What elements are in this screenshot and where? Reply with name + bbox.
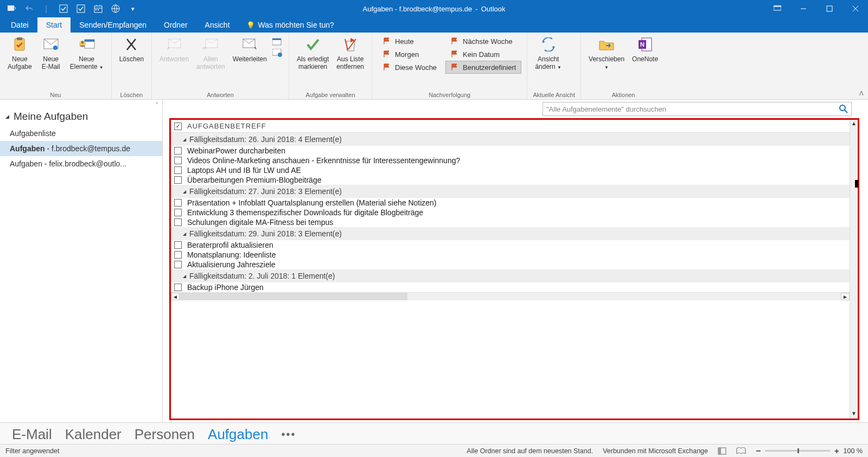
zoom-in-button[interactable]: +: [834, 447, 839, 455]
sidebar-item-aufgabenliste[interactable]: Aufgabenliste: [0, 126, 162, 141]
task-row[interactable]: Monatsplanung: Ideenliste: [171, 250, 850, 260]
zoom-slider[interactable]: [765, 450, 830, 452]
sidebar-collapse-icon[interactable]: ‹: [0, 100, 162, 108]
vertical-scrollbar[interactable]: ▲ ▼: [850, 120, 858, 419]
nav-aufgaben[interactable]: Aufgaben: [208, 426, 268, 443]
tab-ansicht[interactable]: Ansicht: [196, 17, 239, 33]
task-checkbox[interactable]: [174, 241, 182, 249]
group-label-aktionen: Aktionen: [586, 91, 660, 98]
task-checkbox[interactable]: [174, 176, 182, 184]
flag-heute[interactable]: Heute: [378, 35, 442, 48]
collapse-ribbon-icon[interactable]: ᐱ: [859, 90, 864, 97]
onenote-button[interactable]: N OneNote: [630, 35, 660, 64]
task-row[interactable]: Beraterprofil aktualisieren: [171, 240, 850, 250]
verschieben-button[interactable]: Verschieben▼: [586, 35, 627, 72]
svg-rect-7: [774, 5, 781, 7]
calendar-icon[interactable]: [93, 4, 103, 14]
column-header-betreff[interactable]: AUFGABENBETREFF: [187, 122, 266, 130]
task-row[interactable]: Aktualisierung Jahresziele: [171, 260, 850, 269]
aus-liste-entfernen-button[interactable]: Aus Liste entfernen: [334, 35, 366, 72]
nav-email[interactable]: E-Mail: [12, 426, 52, 443]
tab-start[interactable]: Start: [37, 17, 71, 33]
flag-kein-datum[interactable]: Kein Datum: [445, 48, 521, 61]
svg-text:N: N: [640, 41, 644, 48]
flag-diese-woche[interactable]: Diese Woche: [378, 61, 442, 74]
neue-email-button[interactable]: Neue E-Mail: [37, 35, 65, 72]
task-row[interactable]: Schulungen digitale MA-Fitness bei tempu…: [171, 217, 850, 227]
task-row[interactable]: Laptops AH und IB für LW und AE: [171, 165, 850, 175]
task-checkbox[interactable]: [174, 284, 182, 291]
flag-morgen[interactable]: Morgen: [378, 48, 442, 61]
view-reading-icon[interactable]: [736, 447, 746, 455]
task-row[interactable]: Videos Online-Marketing anschauen - Erke…: [171, 156, 850, 165]
minimize-button[interactable]: [791, 0, 816, 17]
send-receive-icon[interactable]: [7, 4, 16, 14]
task-checkbox[interactable]: [174, 251, 182, 259]
task-subject: Präsentation + Infoblatt Quartalsplanung…: [187, 198, 437, 207]
search-icon[interactable]: [839, 105, 848, 113]
sidebar-item-aufgaben-outlook[interactable]: Aufgaben - felix.brodbeck@outlo...: [0, 156, 162, 171]
task-checkbox[interactable]: [174, 166, 182, 174]
scroll-up-icon[interactable]: ▲: [850, 120, 858, 128]
scroll-down-icon[interactable]: ▼: [850, 410, 858, 419]
flag-icon: [451, 37, 458, 45]
close-button[interactable]: [843, 0, 868, 17]
sidebar-item-aufgaben-tempus[interactable]: Aufgaben - f.brodbeck@tempus.de: [0, 141, 162, 156]
navigation-bar: E-Mail Kalender Personen Aufgaben •••: [0, 422, 868, 444]
task-group-header[interactable]: Fälligkeitsdatum: 2. Juli 2018: 1 Elemen…: [171, 269, 850, 282]
weiterleiten-button[interactable]: Weiterleiten: [231, 35, 269, 64]
view-normal-icon[interactable]: [718, 447, 726, 455]
horizontal-scrollbar[interactable]: ◄ ►: [171, 292, 850, 300]
task-checkbox[interactable]: [174, 199, 182, 207]
task-checkbox[interactable]: [174, 218, 182, 226]
nav-personen[interactable]: Personen: [135, 426, 195, 443]
tab-datei[interactable]: Datei: [2, 17, 37, 33]
flag-benutzerdefiniert[interactable]: Benutzerdefiniert: [445, 61, 521, 74]
scroll-right-icon[interactable]: ►: [841, 293, 850, 300]
scroll-left-icon[interactable]: ◄: [171, 293, 180, 300]
ribbon-display-options-icon[interactable]: [765, 0, 790, 17]
task-checkbox[interactable]: [174, 147, 182, 155]
task-column-header-row[interactable]: ✓ AUFGABENBETREFF: [171, 120, 850, 133]
new-items-icon: [78, 36, 95, 53]
ansicht-aendern-button[interactable]: Ansicht ändern ▼: [533, 35, 564, 72]
tab-senden-empfangen[interactable]: Senden/Empfangen: [71, 17, 155, 33]
task-checkbox[interactable]: [174, 157, 182, 164]
task-row[interactable]: Überarbeitungen Premium-Blogbeiträge: [171, 175, 850, 185]
scroll-thumb[interactable]: [180, 293, 407, 300]
zoom-out-button[interactable]: −: [756, 446, 761, 456]
als-erledigt-button[interactable]: Als erledigt markieren: [295, 35, 331, 72]
task-checkbox[interactable]: [174, 261, 182, 268]
task-row[interactable]: Präsentation + Infoblatt Quartalsplanung…: [171, 198, 850, 208]
sidebar-header[interactable]: Meine Aufgaben: [0, 108, 162, 126]
qat-customize-icon[interactable]: ▾: [128, 4, 138, 14]
nav-kalender[interactable]: Kalender: [65, 426, 122, 443]
tell-me-search[interactable]: 💡Was möchten Sie tun?: [239, 17, 342, 33]
globe-icon[interactable]: [111, 4, 120, 14]
task-group-header[interactable]: Fälligkeitsdatum: 29. Juni 2018: 3 Eleme…: [171, 227, 850, 240]
scroll-marker: [855, 180, 858, 188]
nav-more-icon[interactable]: •••: [281, 428, 296, 441]
neue-elemente-button[interactable]: Neue Elemente ▼: [68, 35, 106, 72]
task-group-header[interactable]: Fälligkeitsdatum: 26. Juni 2018: 4 Eleme…: [171, 133, 850, 146]
status-connected: Verbunden mit Microsoft Exchange: [603, 447, 708, 455]
task-checkbox[interactable]: [174, 209, 182, 216]
search-input[interactable]: "Alle Aufgabenelemente" durchsuchen: [542, 102, 852, 116]
maximize-button[interactable]: [817, 0, 842, 17]
zoom-level[interactable]: 100 %: [844, 447, 863, 455]
task-check-icon[interactable]: [59, 4, 68, 14]
task-row[interactable]: Entwicklung 3 themenspezifischer Downloa…: [171, 208, 850, 217]
undo-icon[interactable]: [24, 4, 34, 14]
tab-ordner[interactable]: Ordner: [155, 17, 196, 33]
lightbulb-icon: 💡: [246, 21, 255, 29]
loeschen-button[interactable]: Löschen: [117, 35, 146, 64]
neue-aufgabe-button[interactable]: Neue Aufgabe: [5, 35, 34, 72]
select-all-checkbox[interactable]: ✓: [174, 123, 182, 130]
flag-naechste-woche[interactable]: Nächste Woche: [445, 35, 521, 48]
task-group-header[interactable]: Fälligkeitsdatum: 27. Juni 2018: 3 Eleme…: [171, 185, 850, 198]
meeting-icon[interactable]: [272, 37, 283, 46]
task-icon-2[interactable]: [76, 4, 86, 14]
task-row[interactable]: WebinarPower durcharbeiten: [171, 146, 850, 156]
task-row[interactable]: Backup iPhone Jürgen: [171, 282, 850, 292]
more-respond-icon[interactable]: [272, 49, 283, 57]
